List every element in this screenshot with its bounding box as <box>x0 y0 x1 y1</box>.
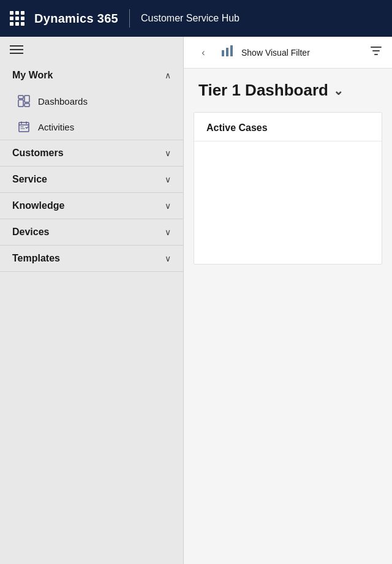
grid-icon <box>10 11 24 26</box>
service-section-header[interactable]: Service ∨ <box>0 167 183 192</box>
sidebar-item-dashboards-label: Dashboards <box>38 96 88 107</box>
dashboard-title-text: Tier 1 Dashboard <box>198 81 328 100</box>
dashboard-dropdown-chevron-icon: ⌄ <box>333 83 344 98</box>
sidebar-item-dashboards[interactable]: Dashboards <box>0 88 183 114</box>
dashboard-header: Tier 1 Dashboard ⌄ <box>184 69 392 107</box>
active-cases-card-body <box>194 141 382 264</box>
knowledge-section-header[interactable]: Knowledge ∨ <box>0 193 183 219</box>
service-chevron-icon: ∨ <box>165 175 171 184</box>
top-nav-bar: Dynamics 365 Customer Service Hub <box>0 0 392 37</box>
service-title: Service <box>12 174 47 185</box>
nav-divider <box>129 9 130 28</box>
customers-chevron-icon: ∨ <box>165 148 171 158</box>
svg-rect-4 <box>19 122 29 132</box>
content-area: ‹ Show Visual Filter Tier 1 Dashboard ⌄ <box>184 37 392 564</box>
knowledge-title: Knowledge <box>12 200 64 211</box>
templates-chevron-icon: ∨ <box>165 254 171 263</box>
svg-rect-0 <box>18 96 23 99</box>
svg-rect-6 <box>226 48 228 56</box>
active-cases-title: Active Cases <box>206 122 268 133</box>
active-cases-card: Active Cases <box>194 112 382 265</box>
main-layout: My Work ∧ Dashboards <box>0 37 392 564</box>
svg-rect-1 <box>18 100 23 107</box>
hamburger-button[interactable] <box>0 37 183 62</box>
customers-section-header[interactable]: Customers ∨ <box>0 140 183 166</box>
app-launcher-button[interactable] <box>7 9 27 28</box>
customers-title: Customers <box>12 148 64 159</box>
dashboard-title-row[interactable]: Tier 1 Dashboard ⌄ <box>198 81 377 100</box>
show-visual-filter-label[interactable]: Show Visual Filter <box>241 48 363 58</box>
my-work-title: My Work <box>12 70 53 81</box>
hub-title: Customer Service Hub <box>141 13 239 24</box>
back-button[interactable]: ‹ <box>194 43 213 62</box>
sidebar-item-activities-label: Activities <box>38 122 74 132</box>
templates-section-header[interactable]: Templates ∨ <box>0 246 183 271</box>
knowledge-chevron-icon: ∨ <box>165 201 171 211</box>
back-arrow-icon: ‹ <box>202 47 205 58</box>
activities-icon <box>17 120 31 133</box>
content-toolbar: ‹ Show Visual Filter <box>184 37 392 69</box>
sidebar-item-activities[interactable]: Activities <box>0 114 183 140</box>
my-work-section-header[interactable]: My Work ∧ <box>0 62 183 88</box>
hamburger-icon <box>10 45 23 54</box>
devices-chevron-icon: ∨ <box>165 227 171 237</box>
dashboards-icon <box>17 94 31 108</box>
svg-rect-2 <box>24 96 29 102</box>
devices-section-header[interactable]: Devices ∨ <box>0 219 183 245</box>
templates-title: Templates <box>12 253 60 264</box>
svg-rect-5 <box>222 50 224 56</box>
active-cases-card-header: Active Cases <box>194 113 382 141</box>
chart-icon <box>221 44 234 61</box>
section-divider-6 <box>0 271 183 272</box>
filter-icon[interactable] <box>370 45 382 60</box>
devices-title: Devices <box>12 227 50 238</box>
svg-rect-7 <box>230 45 233 56</box>
sidebar: My Work ∧ Dashboards <box>0 37 184 564</box>
svg-rect-3 <box>24 103 29 107</box>
app-title: Dynamics 365 <box>34 12 118 26</box>
my-work-chevron-icon: ∧ <box>165 70 171 80</box>
